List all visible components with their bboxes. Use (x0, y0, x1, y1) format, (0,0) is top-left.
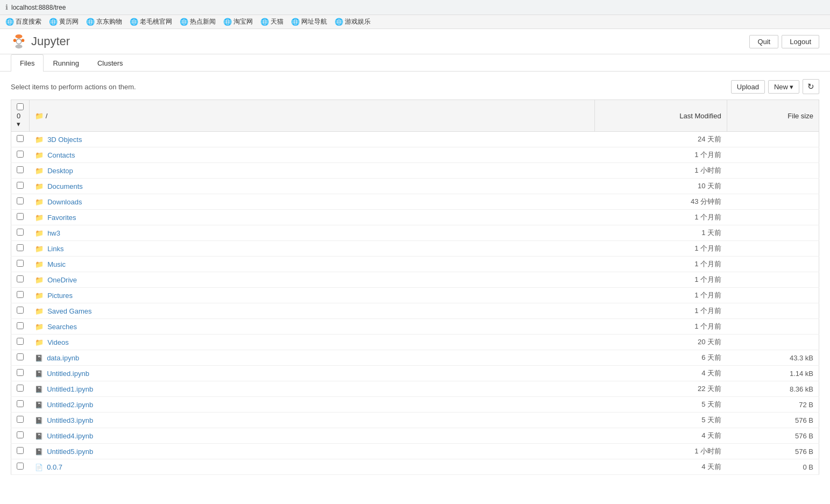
row-checkbox[interactable] (17, 260, 24, 267)
row-size-cell (727, 288, 819, 303)
size-column-header[interactable]: File size (727, 100, 819, 132)
row-checkbox[interactable] (17, 338, 24, 345)
folder-link[interactable]: Documents (47, 182, 83, 190)
row-checkbox[interactable] (17, 353, 24, 360)
row-checkbox[interactable] (17, 166, 24, 173)
folder-link[interactable]: Contacts (47, 151, 75, 159)
notebook-link[interactable]: Untitled3.ipynb (47, 416, 93, 424)
new-button[interactable]: New ▾ (768, 80, 799, 94)
quit-button[interactable]: Quit (749, 35, 778, 48)
text-file-link[interactable]: 0.0.7 (47, 463, 62, 471)
tab-clusters[interactable]: Clusters (88, 54, 132, 72)
table-row: 📓 Untitled2.ipynb 5 天前 72 B (11, 397, 819, 413)
row-size-cell: 576 B (727, 444, 819, 459)
row-checkbox[interactable] (17, 275, 24, 282)
row-checkbox[interactable] (17, 182, 24, 189)
notebook-link[interactable]: Untitled4.ipynb (47, 432, 93, 440)
bookmark-label: 淘宝网 (233, 17, 253, 26)
row-size-cell (727, 210, 819, 225)
row-name-cell: 📁 Favorites (30, 210, 595, 225)
svg-point-4 (16, 39, 21, 44)
folder-link[interactable]: hw3 (47, 229, 60, 237)
folder-link[interactable]: Music (47, 260, 66, 268)
row-checkbox[interactable] (17, 244, 24, 251)
row-modified-cell: 5 天前 (595, 413, 727, 428)
row-name-cell: 📓 Untitled3.ipynb (30, 413, 595, 428)
row-modified-cell: 1 小时前 (595, 163, 727, 179)
notebook-link[interactable]: Untitled5.ipynb (47, 448, 93, 456)
folder-link[interactable]: Saved Games (47, 307, 91, 315)
select-all-checkbox[interactable] (17, 103, 24, 110)
folder-link[interactable]: Pictures (47, 292, 73, 300)
row-modified-cell: 1 个月前 (595, 272, 727, 288)
row-checkbox[interactable] (17, 416, 24, 423)
folder-link[interactable]: 3D Objects (47, 136, 82, 144)
name-column-header[interactable]: 📁 / (30, 100, 595, 132)
row-name-cell: 📁 hw3 (30, 225, 595, 241)
folder-link[interactable]: Searches (47, 323, 77, 331)
row-checkbox[interactable] (17, 197, 24, 204)
row-modified-cell: 1 个月前 (595, 303, 727, 319)
folder-link[interactable]: Videos (47, 338, 69, 346)
row-modified-cell: 4 天前 (595, 366, 727, 381)
bookmark-icon: 🌐 (260, 18, 269, 26)
notebook-icon: 📓 (35, 401, 43, 409)
bookmark-jd[interactable]: 🌐 京东购物 (86, 17, 122, 26)
row-checkbox[interactable] (17, 151, 24, 158)
bookmark-baidusearch[interactable]: 🌐 百度搜索 (5, 17, 41, 26)
row-checkbox[interactable] (17, 463, 24, 470)
bookmark-nav[interactable]: 🌐 网址导航 (291, 17, 327, 26)
row-name-cell: 📁 Downloads (30, 194, 595, 210)
row-checkbox-cell (11, 132, 30, 147)
row-name-cell: 📁 Saved Games (30, 303, 595, 319)
notebook-link[interactable]: data.ipynb (47, 354, 79, 362)
row-checkbox[interactable] (17, 213, 24, 220)
table-row: 📁 Contacts 1 个月前 (11, 147, 819, 163)
row-checkbox-cell (11, 257, 30, 272)
folder-icon: 📁 (35, 112, 44, 120)
header-buttons: Quit Logout (749, 35, 819, 48)
row-modified-cell: 43 分钟前 (595, 194, 727, 210)
bookmark-taobao[interactable]: 🌐 淘宝网 (223, 17, 253, 26)
logout-button[interactable]: Logout (782, 35, 819, 48)
bookmark-icon: 🌐 (130, 18, 138, 26)
bookmark-game[interactable]: 🌐 游戏娱乐 (335, 17, 371, 26)
row-checkbox[interactable] (17, 291, 24, 298)
row-name-cell: 📁 Pictures (30, 288, 595, 303)
bookmark-laomao[interactable]: 🌐 老毛桃官网 (130, 17, 172, 26)
row-checkbox-cell (11, 413, 30, 428)
table-row: 📁 Searches 1 个月前 (11, 319, 819, 335)
row-checkbox[interactable] (17, 369, 24, 376)
row-checkbox-cell (11, 319, 30, 335)
row-checkbox[interactable] (17, 447, 24, 454)
folder-link[interactable]: Downloads (47, 198, 82, 206)
modified-column-header[interactable]: Last Modified (595, 100, 727, 132)
row-size-cell: 576 B (727, 428, 819, 444)
row-checkbox[interactable] (17, 322, 24, 329)
row-checkbox[interactable] (17, 135, 24, 142)
row-checkbox[interactable] (17, 400, 24, 407)
table-row: 📁 hw3 1 天前 (11, 225, 819, 241)
bookmark-huangli[interactable]: 🌐 黄历网 (49, 17, 79, 26)
row-checkbox[interactable] (17, 307, 24, 314)
refresh-button[interactable]: ↻ (803, 79, 819, 94)
upload-button[interactable]: Upload (731, 80, 765, 94)
bookmark-tmall[interactable]: 🌐 天猫 (260, 17, 283, 26)
row-checkbox[interactable] (17, 229, 24, 236)
tab-files[interactable]: Files (11, 54, 44, 72)
folder-link[interactable]: Favorites (47, 214, 76, 222)
row-modified-cell: 24 天前 (595, 132, 727, 147)
bookmark-news[interactable]: 🌐 热点新闻 (180, 17, 216, 26)
table-row: 📓 Untitled4.ipynb 4 天前 576 B (11, 428, 819, 444)
notebook-link[interactable]: Untitled1.ipynb (47, 385, 93, 393)
folder-link[interactable]: OneDrive (47, 276, 77, 284)
notebook-link[interactable]: Untitled.ipynb (47, 370, 89, 378)
folder-link[interactable]: Desktop (47, 167, 73, 175)
row-checkbox[interactable] (17, 431, 24, 438)
notebook-link[interactable]: Untitled2.ipynb (47, 401, 93, 409)
row-size-cell: 1.14 kB (727, 366, 819, 381)
folder-link[interactable]: Links (47, 245, 63, 253)
row-checkbox[interactable] (17, 385, 24, 392)
tab-running[interactable]: Running (44, 54, 88, 72)
svg-point-2 (13, 39, 17, 42)
